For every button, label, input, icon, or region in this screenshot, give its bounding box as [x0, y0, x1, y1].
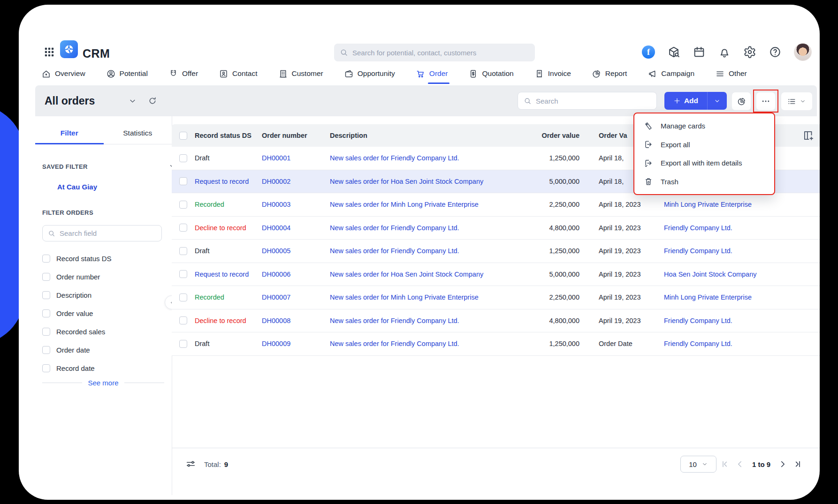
select-all-checkbox[interactable] [179, 132, 187, 140]
cell-description[interactable]: New sales order for Friendly Company Ltd… [330, 154, 528, 162]
menu-item[interactable]: Manage cards [634, 117, 774, 135]
cell-description[interactable]: New sales order for Minh Long Private En… [330, 293, 528, 301]
app-grid-icon[interactable] [43, 46, 55, 58]
sidebar-tab[interactable]: Statistics [104, 122, 172, 144]
table-row[interactable]: Decline to record DH00008 New sales orde… [172, 309, 820, 333]
cell-description[interactable]: New sales order for Friendly Company Ltd… [330, 247, 528, 255]
col-header-number[interactable]: Order number [262, 132, 330, 139]
checkbox[interactable] [42, 309, 50, 317]
menu-item[interactable]: Export all with item details [634, 154, 774, 173]
table-row[interactable]: Draft DH00005 New sales order for Friend… [172, 240, 820, 263]
see-more-link[interactable]: See more [42, 379, 164, 387]
table-row[interactable]: Recorded DH00003 New sales order for Min… [172, 193, 820, 217]
facebook-icon[interactable]: f [642, 45, 655, 59]
row-checkbox[interactable] [179, 293, 187, 301]
cell-order-number[interactable]: DH00003 [262, 201, 330, 208]
nav-item[interactable]: Opportunity [344, 69, 395, 79]
package-search-icon[interactable] [667, 45, 680, 59]
cell-customer[interactable]: Friendly Company Ltd. [664, 247, 820, 255]
col-header-description[interactable]: Description [330, 132, 528, 139]
add-column-icon[interactable] [802, 129, 815, 142]
cell-customer[interactable]: Friendly Company Ltd. [664, 340, 820, 347]
nav-item[interactable]: Overview [41, 69, 85, 79]
calendar-icon[interactable] [693, 45, 706, 59]
field-search[interactable] [42, 225, 162, 241]
field-search-input[interactable] [60, 229, 156, 237]
saved-filter-link[interactable]: At Cau Giay [57, 183, 97, 191]
bell-icon[interactable] [718, 45, 731, 59]
row-checkbox[interactable] [179, 224, 187, 232]
checkbox[interactable] [42, 255, 50, 263]
cell-customer[interactable]: Minh Long Private Enterprise [664, 293, 820, 301]
nav-item[interactable]: Offer [168, 69, 198, 79]
checkbox[interactable] [42, 364, 50, 372]
cell-customer[interactable]: Hoa Sen Joint Stock Company [664, 271, 820, 278]
filter-field-row[interactable]: Recorded sales [42, 323, 172, 341]
nav-item[interactable]: Customer [278, 69, 323, 79]
cell-description[interactable]: New sales order for Friendly Company Ltd… [330, 340, 528, 347]
prev-page-button[interactable] [735, 459, 745, 469]
list-search-input[interactable] [536, 97, 651, 105]
help-icon[interactable] [769, 45, 782, 59]
chart-view-button[interactable] [732, 92, 751, 110]
nav-item[interactable]: Potential [106, 69, 148, 79]
filter-field-row[interactable]: Order value [42, 304, 172, 323]
cell-description[interactable]: New sales order for Minh Long Private En… [330, 201, 528, 208]
filter-field-row[interactable]: Order date [42, 341, 172, 359]
more-actions-button[interactable] [756, 92, 775, 110]
cell-description[interactable]: New sales order for Hoa Sen Joint Stock … [330, 271, 528, 278]
nav-item[interactable]: Order [416, 69, 448, 79]
refresh-icon[interactable] [148, 96, 157, 105]
checkbox[interactable] [42, 273, 50, 281]
table-row[interactable]: Draft DH00009 New sales order for Friend… [172, 332, 820, 356]
row-checkbox[interactable] [179, 154, 187, 162]
col-header-value[interactable]: Order value [528, 132, 579, 139]
cell-order-number[interactable]: DH00004 [262, 224, 330, 232]
view-mode-button[interactable] [781, 92, 812, 110]
sidebar-tab[interactable]: Filter [35, 122, 104, 144]
nav-item[interactable]: Campaign [648, 69, 694, 79]
cell-order-number[interactable]: DH00007 [262, 293, 330, 301]
table-row[interactable]: Request to record DH00006 New sales orde… [172, 263, 820, 286]
global-search-input[interactable] [352, 49, 529, 57]
row-checkbox[interactable] [179, 177, 187, 185]
cell-description[interactable]: New sales order for Friendly Company Ltd… [330, 224, 528, 232]
add-dropdown-button[interactable] [707, 92, 727, 110]
cell-order-number[interactable]: DH00001 [262, 154, 330, 162]
filter-field-row[interactable]: Record date [42, 359, 172, 377]
checkbox[interactable] [42, 291, 50, 299]
add-button[interactable]: Add [664, 92, 707, 110]
checkbox[interactable] [42, 328, 50, 336]
nav-item[interactable]: Contact [219, 69, 257, 79]
cell-description[interactable]: New sales order for Friendly Company Ltd… [330, 317, 528, 324]
page-size-select[interactable]: 10 [680, 456, 716, 473]
list-search[interactable] [518, 92, 657, 110]
cell-order-number[interactable]: DH00005 [262, 247, 330, 255]
cell-customer[interactable]: Minh Long Private Enterprise [664, 201, 820, 208]
row-checkbox[interactable] [179, 247, 187, 255]
table-row[interactable]: Decline to record DH00004 New sales orde… [172, 217, 820, 240]
checkbox[interactable] [42, 346, 50, 354]
filter-field-row[interactable]: Order number [42, 268, 172, 286]
sliders-icon[interactable] [185, 459, 196, 469]
row-checkbox[interactable] [179, 201, 187, 209]
cell-order-number[interactable]: DH00009 [262, 340, 330, 347]
row-checkbox[interactable] [179, 270, 187, 278]
cell-customer[interactable]: Friendly Company Ltd. [664, 224, 820, 232]
row-checkbox[interactable] [179, 316, 187, 324]
menu-item[interactable]: Trash [634, 173, 774, 191]
col-header-status[interactable]: Record status DS [195, 132, 262, 139]
cell-order-number[interactable]: DH00008 [262, 317, 330, 324]
filter-field-row[interactable]: Record status DS [42, 249, 172, 268]
avatar[interactable] [794, 43, 812, 61]
table-row[interactable]: Recorded DH00007 New sales order for Min… [172, 286, 820, 309]
nav-item[interactable]: Other [715, 69, 747, 79]
last-page-button[interactable] [792, 459, 802, 469]
filter-field-row[interactable]: Description [42, 286, 172, 304]
cell-order-number[interactable]: DH00006 [262, 271, 330, 278]
nav-item[interactable]: Quotation [468, 69, 513, 79]
cell-customer[interactable]: Friendly Company Ltd. [664, 317, 820, 324]
cell-order-number[interactable]: DH00002 [262, 178, 330, 185]
menu-item[interactable]: Export all [634, 135, 774, 154]
view-switch-chevron-icon[interactable] [128, 97, 137, 105]
